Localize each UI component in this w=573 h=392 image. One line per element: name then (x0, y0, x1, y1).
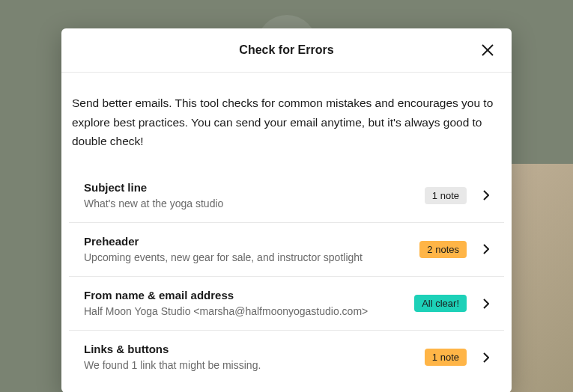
status-badge: All clear! (414, 295, 467, 312)
status-badge: 1 note (425, 349, 467, 366)
check-subtitle: What's new at the yoga studio (84, 197, 425, 210)
check-subtitle: Half Moon Yoga Studio <marsha@halfmoonyo… (84, 304, 414, 318)
check-item-subject-line[interactable]: Subject line What's new at the yoga stud… (69, 169, 504, 223)
check-title: Preheader (84, 235, 419, 248)
modal-header: Check for Errors (61, 28, 512, 73)
chevron-right-icon (480, 243, 492, 255)
check-right: 1 note (425, 187, 492, 204)
error-check-modal: Check for Errors Send better emails. Thi… (61, 28, 512, 392)
check-item-from-name[interactable]: From name & email address Half Moon Yoga… (69, 277, 504, 331)
check-subtitle: Upcoming events, new gear for sale, and … (84, 251, 419, 264)
modal-body: Send better emails. This tool checks for… (61, 73, 512, 392)
check-info: Subject line What's new at the yoga stud… (84, 181, 425, 210)
check-info: Preheader Upcoming events, new gear for … (84, 235, 419, 264)
close-button[interactable] (479, 41, 497, 59)
status-badge: 1 note (425, 187, 467, 204)
check-item-links-buttons[interactable]: Links & buttons We found 1 link that mig… (69, 331, 504, 392)
check-title: Links & buttons (84, 343, 425, 355)
check-list: Subject line What's new at the yoga stud… (69, 169, 504, 392)
check-item-preheader[interactable]: Preheader Upcoming events, new gear for … (69, 223, 504, 277)
check-right: All clear! (414, 295, 492, 312)
status-badge: 2 notes (419, 241, 467, 258)
check-title: Subject line (84, 181, 425, 194)
modal-title: Check for Errors (239, 43, 333, 57)
check-info: From name & email address Half Moon Yoga… (84, 289, 414, 318)
chevron-right-icon (480, 352, 492, 364)
check-subtitle: We found 1 link that might be missing. (84, 358, 425, 372)
check-right: 2 notes (419, 241, 492, 258)
check-info: Links & buttons We found 1 link that mig… (84, 343, 425, 372)
chevron-right-icon (480, 298, 492, 310)
chevron-right-icon (480, 189, 492, 201)
modal-description: Send better emails. This tool checks for… (69, 94, 504, 151)
check-right: 1 note (425, 349, 492, 366)
check-title: From name & email address (84, 289, 414, 301)
close-icon (481, 43, 494, 57)
